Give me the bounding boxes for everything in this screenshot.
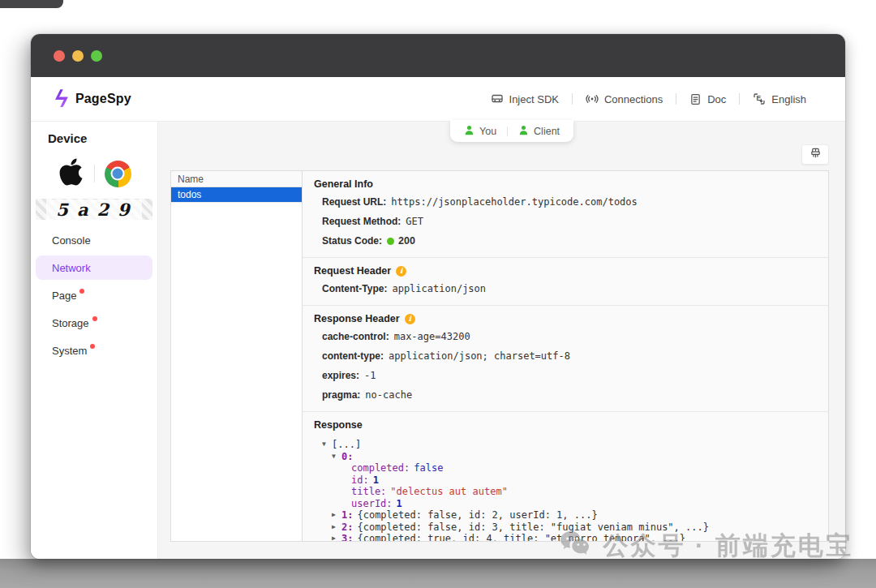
json-key: id: <box>351 474 369 487</box>
window-body: Device 5a29 Console Network Page <box>31 122 845 559</box>
sidebar-item-label: Network <box>52 262 91 274</box>
detail-value: GET <box>406 214 423 229</box>
json-collapsed-row[interactable]: ▶ 1: {completed: false, id: 2, userId: 1… <box>314 509 817 521</box>
header-nav: Inject SDK Connections Doc E <box>478 92 819 105</box>
expanded-arrow-icon[interactable]: ▼ <box>332 451 341 463</box>
sidebar-item-label: System <box>52 345 87 357</box>
detail-label: Request Method: <box>322 214 401 229</box>
clear-button[interactable] <box>801 144 829 165</box>
translate-icon: E <box>753 92 766 105</box>
json-root-row[interactable]: ▼ [...] <box>314 439 817 451</box>
device-info <box>31 156 157 191</box>
sidebar-title: Device <box>31 131 157 145</box>
section-title-text: Response Header <box>314 313 400 324</box>
device-divider <box>94 165 95 182</box>
tab-label: Client <box>534 126 560 137</box>
main-content: You Client <box>158 122 845 559</box>
detail-value: max-age=43200 <box>394 329 470 344</box>
detail-row: Status Code: 200 <box>322 234 817 248</box>
chrome-icon <box>105 161 131 187</box>
sidebar-item-console[interactable]: Console <box>36 228 152 252</box>
detail-row: Request URL: https://jsonplaceholder.typ… <box>322 195 817 209</box>
detail-value: application/json; charset=utf-8 <box>389 349 570 363</box>
request-table: Name todos <box>171 171 303 541</box>
detail-row: pragma: no-cache <box>322 388 817 402</box>
maximize-window-button[interactable] <box>91 50 102 62</box>
detail-value: application/json <box>392 281 486 296</box>
section-request-header: Request Header i Content-Type: applicati… <box>303 257 828 305</box>
request-detail: General Info Request URL: https://jsonpl… <box>303 171 828 541</box>
sidebar-item-label: Console <box>52 234 91 247</box>
json-preview: {completed: false, id: 2, userId: 1, ...… <box>357 509 597 521</box>
broadcast-icon <box>586 92 599 105</box>
detail-label: cache-control: <box>322 329 389 344</box>
json-key: title: <box>351 486 386 498</box>
network-panel: Name todos General Info Request URL: <box>170 170 829 542</box>
tab-label: You <box>479 126 496 137</box>
sidebar-menu: Console Network Page Storage System <box>31 228 157 363</box>
section-response-header: Response Header i cache-control: max-age… <box>303 305 828 411</box>
collapsed-arrow-icon[interactable]: ▶ <box>332 509 341 521</box>
minimize-window-button[interactable] <box>72 50 84 62</box>
json-value: 1 <box>373 474 379 487</box>
brand-name: PageSpy <box>75 92 131 106</box>
device-sidebar: Device 5a29 Console Network Page <box>31 122 158 559</box>
json-root: [...] <box>332 439 361 451</box>
tab-you[interactable]: You <box>453 125 507 138</box>
section-general-info: General Info Request URL: https://jsonpl… <box>303 171 828 257</box>
section-title: General Info <box>314 178 817 190</box>
sidebar-item-system[interactable]: System <box>36 338 152 363</box>
tab-client[interactable]: Client <box>508 125 570 138</box>
notification-dot <box>92 316 97 321</box>
apple-icon <box>58 157 84 191</box>
json-key: userId: <box>351 498 393 510</box>
brand[interactable]: ϟ PageSpy <box>55 87 131 111</box>
nav-label: Connections <box>604 93 663 105</box>
json-index: 2: <box>341 521 353 534</box>
json-prop-row: id: 1 <box>314 474 817 487</box>
nav-label: English <box>771 93 806 105</box>
detail-label: pragma: <box>322 388 360 402</box>
collapsed-arrow-icon[interactable]: ▶ <box>332 521 341 534</box>
section-title-text: Request Header <box>314 265 391 277</box>
request-name: todos <box>178 189 201 200</box>
detail-row: content-type: application/json; charset=… <box>322 349 817 363</box>
json-prop-row: completed: false <box>314 462 817 474</box>
detail-row: Content-Type: application/json <box>322 281 817 296</box>
detail-value: -1 <box>364 368 376 383</box>
app-window: ϟ PageSpy Inject SDK Connections <box>31 34 845 559</box>
detail-label: Request URL: <box>322 195 386 209</box>
json-key: completed: <box>351 462 410 474</box>
info-icon[interactable]: i <box>405 314 415 324</box>
sidebar-item-storage[interactable]: Storage <box>36 311 152 335</box>
sidebar-item-network[interactable]: Network <box>36 255 152 280</box>
notification-dot <box>90 344 95 349</box>
info-icon[interactable]: i <box>396 266 406 277</box>
pagespy-logo-icon: ϟ <box>54 87 70 111</box>
json-item-row[interactable]: ▼ 0: <box>314 451 817 463</box>
collapsed-arrow-icon[interactable]: ▶ <box>332 533 341 541</box>
detail-row: expires: -1 <box>322 368 817 383</box>
sidebar-item-label: Storage <box>52 317 89 329</box>
status-ok-icon <box>387 238 394 245</box>
watermark: 公众号 · 前端充电宝 <box>559 529 853 563</box>
json-value: false <box>414 462 443 474</box>
inject-sdk-icon <box>491 92 504 105</box>
nav-connections[interactable]: Connections <box>573 92 676 105</box>
expanded-arrow-icon[interactable]: ▼ <box>322 439 332 451</box>
nav-label: Inject SDK <box>509 93 559 105</box>
device-code: 5a29 <box>46 200 141 220</box>
nav-doc[interactable]: Doc <box>676 93 739 105</box>
sidebar-item-page[interactable]: Page <box>36 283 152 307</box>
device-code-badge: 5a29 <box>36 199 152 220</box>
detail-value: https://jsonplaceholder.typicode.com/tod… <box>391 195 637 209</box>
user-icon <box>518 125 529 138</box>
request-row-todos[interactable]: todos <box>171 187 302 203</box>
nav-language[interactable]: E English <box>740 92 819 105</box>
close-window-button[interactable] <box>54 50 65 62</box>
nav-inject-sdk[interactable]: Inject SDK <box>478 92 572 105</box>
status-code: 200 <box>398 234 415 248</box>
user-icon <box>464 125 474 138</box>
document-icon <box>689 93 702 105</box>
json-value: "delectus aut autem" <box>390 486 508 498</box>
